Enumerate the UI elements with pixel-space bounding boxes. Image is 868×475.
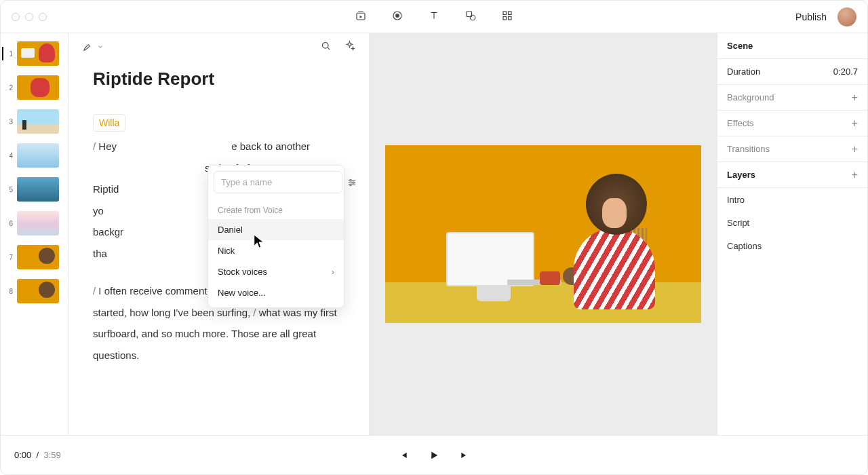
svg-point-12 [350,184,352,186]
svg-point-2 [396,14,399,17]
shape-tool-icon[interactable] [465,10,477,24]
duration-row[interactable]: Duration0:20.7 [717,59,867,85]
svg-rect-7 [503,16,507,20]
scene-preview[interactable] [385,145,701,323]
sparkle-icon[interactable] [344,40,355,54]
scene-thumb-5[interactable]: 5 [6,177,62,202]
traffic-close[interactable] [12,13,20,21]
preview-column [370,33,717,435]
svg-rect-6 [509,12,512,15]
add-background-button[interactable]: + [852,92,858,103]
svg-rect-5 [503,12,507,15]
effects-row[interactable]: Effects+ [717,111,867,136]
user-avatar[interactable] [837,7,856,26]
voice-name-input[interactable] [214,171,342,193]
svg-point-9 [323,42,329,48]
scene-thumb-8[interactable]: 8 [6,279,62,303]
scene-thumb-1[interactable]: 1 [6,41,62,66]
background-row[interactable]: Background+ [717,85,867,111]
voice-item-daniel[interactable]: Daniel [208,219,344,240]
properties-panel: Scene Duration0:20.7 Background+ Effects… [717,33,867,435]
traffic-min[interactable] [25,13,33,21]
record-icon[interactable] [391,10,403,24]
playback-time: 0:00 / 3:59 [14,450,61,460]
scene-thumb-7[interactable]: 7 [6,245,62,269]
scene-thumbnails: 1 2 3 4 5 6 7 8 [1,33,68,435]
text-tool-icon[interactable] [428,10,440,24]
voice-section-label: Create from Voice [208,199,344,219]
toolbar-center [355,10,513,24]
panel-scene-header: Scene [727,41,753,51]
window-controls [12,13,47,21]
chevron-down-icon [97,43,104,50]
play-button[interactable] [428,449,440,461]
layer-script[interactable]: Script [717,211,867,234]
scene-thumb-4[interactable]: 4 [6,143,62,168]
prev-scene-button[interactable] [398,450,409,461]
scene-thumb-6[interactable]: 6 [6,211,62,235]
voice-item-nick[interactable]: Nick [208,240,344,261]
titlebar: Publish [1,1,867,33]
write-mode-dropdown[interactable] [82,41,104,52]
voice-item-stock[interactable]: Stock voices› [208,261,344,282]
chevron-right-icon: › [332,267,334,277]
scene-title[interactable]: Riptide Report [93,69,344,90]
layer-intro[interactable]: Intro [717,188,867,211]
svg-rect-8 [509,16,512,20]
scene-thumb-3[interactable]: 3 [6,109,62,134]
voice-settings-icon[interactable] [347,176,357,189]
add-layer-button[interactable]: + [852,170,858,180]
media-library-icon[interactable] [355,10,367,24]
speaker-tag[interactable]: Willa [93,114,125,132]
search-icon[interactable] [320,40,332,54]
add-transitions-button[interactable]: + [852,144,858,155]
layout-grid-icon[interactable] [501,10,513,24]
playback-bar: 0:00 / 3:59 [1,435,867,474]
svg-point-4 [470,15,475,20]
publish-button[interactable]: Publish [795,12,827,22]
voice-item-new[interactable]: New voice... [208,282,344,303]
add-effects-button[interactable]: + [852,118,858,129]
layers-header: Layers+ [717,162,867,188]
next-scene-button[interactable] [459,450,470,461]
transitions-row[interactable]: Transitions+ [717,136,867,162]
scene-thumb-2[interactable]: 2 [6,75,62,100]
voice-selector-popover: Create from Voice Daniel Nick Stock voic… [208,165,344,308]
svg-point-10 [350,179,352,181]
layer-captions[interactable]: Captions [717,234,867,257]
traffic-max[interactable] [39,13,47,21]
svg-point-11 [353,181,355,183]
